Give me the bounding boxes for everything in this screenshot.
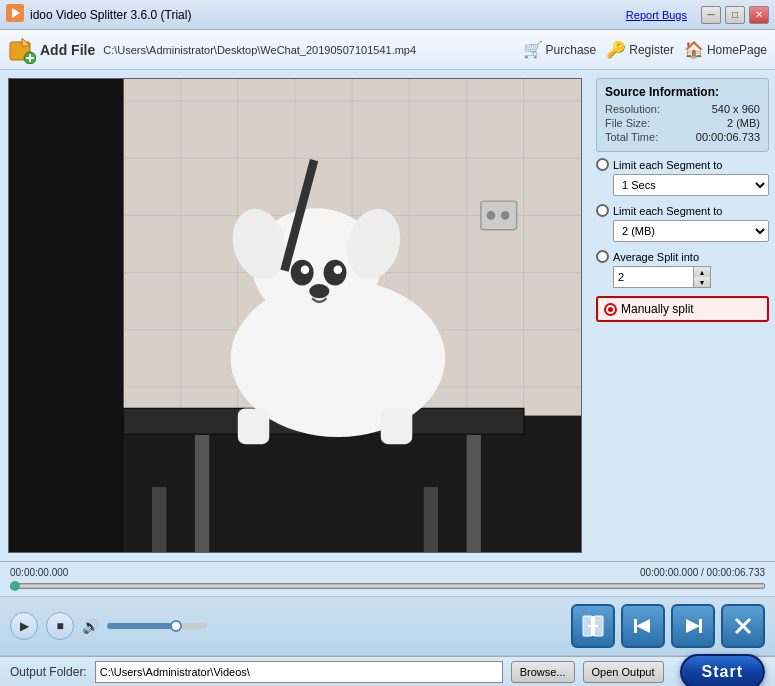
split-option-3-input[interactable]: 2 [613,266,693,288]
source-info-panel: Source Information: Resolution: 540 x 96… [596,78,769,152]
split-option-3-label: Average Split into [613,251,699,263]
split-option-2-select[interactable]: 1 (MB) 2 (MB) 5 (MB) 10 (MB) 50 (MB) 100… [613,220,769,242]
main-area: Source Information: Resolution: 540 x 96… [0,70,775,562]
cut-button[interactable] [571,604,615,648]
video-panel [8,78,582,553]
titlebar-left: idoo Video Splitter 3.6.0 (Trial) [6,4,191,25]
split-option-1-label: Limit each Segment to [613,159,722,171]
close-button[interactable]: ✕ [749,6,769,24]
output-label: Output Folder: [10,665,87,679]
start-button[interactable]: Start [680,654,765,687]
split-option-1-row[interactable]: Limit each Segment to [596,158,769,171]
split-option-1-radio[interactable] [596,158,609,171]
stop-button[interactable]: ■ [46,612,74,640]
add-file-icon [8,36,36,64]
cut-icon [581,614,605,638]
manually-split-option[interactable]: Manually split [596,296,769,322]
spin-down-button[interactable]: ▼ [694,277,710,287]
delete-segment-button[interactable] [721,604,765,648]
minimize-button[interactable]: ─ [701,6,721,24]
next-segment-button[interactable] [671,604,715,648]
register-link[interactable]: 🔑 Register [606,40,674,59]
file-path-display: C:\Users\Administrator\Desktop\WeChat_20… [103,44,514,56]
svg-rect-26 [467,430,481,552]
filesize-label: File Size: [605,117,650,129]
svg-rect-39 [238,408,269,444]
prev-segment-button[interactable] [621,604,665,648]
titlebar-right: Report Bugs ─ □ ✕ [626,6,769,24]
titlebar-title: idoo Video Splitter 3.6.0 (Trial) [30,8,191,22]
timeline-bar-container[interactable] [10,580,765,592]
timeline-handle[interactable] [10,581,20,591]
maximize-button[interactable]: □ [725,6,745,24]
play-icon: ▶ [20,619,29,633]
report-bugs-link[interactable]: Report Bugs [626,9,687,21]
output-path-input[interactable] [95,661,503,683]
filesize-row: File Size: 2 (MB) [605,117,760,129]
svg-rect-51 [699,619,702,633]
resolution-value: 540 x 960 [712,103,760,115]
open-output-button[interactable]: Open Output [583,661,664,683]
homepage-icon: 🏠 [684,40,704,59]
timeline-track[interactable] [10,583,765,589]
split-option-3-spin-row: 2 ▲ ▼ [596,266,769,288]
toolbar: Add File C:\Users\Administrator\Desktop\… [0,30,775,70]
filesize-value: 2 (MB) [727,117,760,129]
delete-icon [732,615,754,637]
split-option-2-select-row: 1 (MB) 2 (MB) 5 (MB) 10 (MB) 50 (MB) 100… [596,220,769,242]
prev-segment-icon [632,615,654,637]
register-label: Register [629,43,674,57]
split-option-1-select-row: 1 Secs 2 Secs 5 Secs 10 Secs 30 Secs 60 … [596,174,769,196]
split-option-1-group: Limit each Segment to 1 Secs 2 Secs 5 Se… [596,158,769,196]
spin-up-button[interactable]: ▲ [694,267,710,277]
split-option-3-radio[interactable] [596,250,609,263]
svg-point-36 [301,265,310,274]
time-start-label: 00:00:00.000 [10,567,68,578]
register-icon: 🔑 [606,40,626,59]
svg-rect-49 [634,619,637,633]
svg-point-38 [309,284,329,298]
timeline-area: 00:00:00.000 00:00:00.000 / 00:00:06.733 [0,562,775,596]
split-option-1-select[interactable]: 1 Secs 2 Secs 5 Secs 10 Secs 30 Secs 60 … [613,174,769,196]
svg-rect-42 [9,79,123,552]
purchase-link[interactable]: 🛒 Purchase [523,40,597,59]
right-panel: Source Information: Resolution: 540 x 96… [590,70,775,561]
add-file-button[interactable]: Add File [8,36,95,64]
manually-split-radio[interactable] [604,303,617,316]
split-option-3-row[interactable]: Average Split into [596,250,769,263]
purchase-icon: 🛒 [523,40,543,59]
volume-thumb[interactable] [170,620,182,632]
video-content-svg [9,79,581,552]
svg-point-24 [501,211,510,220]
app-icon-svg [6,4,24,22]
split-option-2-group: Limit each Segment to 1 (MB) 2 (MB) 5 (M… [596,204,769,242]
browse-button[interactable]: Browse... [511,661,575,683]
time-labels: 00:00:00.000 00:00:00.000 / 00:00:06.733 [10,567,765,578]
volume-icon[interactable]: 🔊 [82,618,99,634]
split-option-2-row[interactable]: Limit each Segment to [596,204,769,217]
app-icon [6,4,24,25]
totaltime-row: Total Time: 00:00:06.733 [605,131,760,143]
totaltime-label: Total Time: [605,131,658,143]
svg-rect-25 [195,430,209,552]
svg-rect-40 [381,408,412,444]
homepage-label: HomePage [707,43,767,57]
split-option-2-radio[interactable] [596,204,609,217]
homepage-link[interactable]: 🏠 HomePage [684,40,767,59]
split-options-panel: Limit each Segment to 1 Secs 2 Secs 5 Se… [596,158,769,322]
split-option-2-label: Limit each Segment to [613,205,722,217]
svg-rect-22 [481,201,517,230]
play-button[interactable]: ▶ [10,612,38,640]
footer: Output Folder: Browse... Open Output Sta… [0,656,775,686]
totaltime-value: 00:00:06.733 [696,131,760,143]
volume-slider[interactable] [107,623,207,629]
split-option-3-spinners: ▲ ▼ [693,266,711,288]
next-segment-icon [682,615,704,637]
svg-point-37 [334,265,343,274]
stop-icon: ■ [56,619,63,633]
controls-area: ▶ ■ 🔊 [0,596,775,656]
action-buttons [571,604,765,648]
source-info-title: Source Information: [605,85,760,99]
time-position-label: 00:00:00.000 / 00:00:06.733 [640,567,765,578]
svg-marker-48 [636,619,650,633]
